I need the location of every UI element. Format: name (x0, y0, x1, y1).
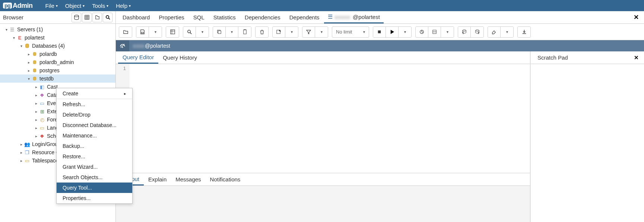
tab-query-editor[interactable]: Query Editor (118, 51, 158, 64)
explain-analyze-button[interactable] (428, 27, 441, 37)
conn-suffix: @polartest (145, 43, 170, 49)
tab-query-history[interactable]: Query History (158, 51, 202, 64)
menu-help[interactable]: Help▾ (112, 1, 134, 10)
output-tabs: Output Explain Messages Notifications (116, 173, 530, 186)
tab-explain[interactable]: Explain (144, 173, 171, 185)
database-icon (31, 60, 38, 64)
browser-tool-1[interactable] (72, 13, 81, 22)
ctx-delete[interactable]: Delete/Drop (57, 110, 132, 120)
browser-tool-2[interactable] (82, 13, 92, 22)
rollback-button[interactable] (471, 27, 483, 37)
search-dropdown[interactable]: ▾ (196, 27, 209, 37)
limit-select[interactable]: No limit▾ (332, 26, 369, 38)
save-button[interactable] (136, 27, 149, 37)
find-button[interactable] (166, 27, 179, 37)
connection-bar: xxxx@polartest (116, 40, 644, 51)
tab-dashboard[interactable]: Dashboard (118, 11, 154, 23)
editor-code-area[interactable] (129, 64, 530, 173)
svg-rect-22 (244, 29, 245, 30)
clear-dropdown[interactable]: ▾ (501, 27, 513, 37)
caret-down-icon: ▾ (129, 4, 131, 8)
tree-connection[interactable]: ▾Epolartest (0, 34, 115, 42)
clear-button[interactable] (488, 27, 501, 37)
tab-close-button[interactable]: ✕ (631, 13, 642, 21)
explain-dropdown[interactable]: ▾ (441, 27, 454, 37)
ctx-maintenance[interactable]: Maintenance... (57, 130, 132, 141)
conn-blur: xxxx (133, 43, 145, 49)
edit-dropdown[interactable]: ▾ (285, 27, 298, 37)
stop-button[interactable] (373, 27, 386, 37)
edit-button[interactable] (273, 27, 285, 37)
caret-down-icon: ▾ (56, 4, 58, 8)
connection-status-icon[interactable] (116, 40, 129, 51)
ctx-backup[interactable]: Backup... (57, 141, 132, 151)
download-button[interactable] (518, 27, 530, 37)
server-group-icon: ☰ (9, 27, 16, 32)
scratch-tabs: Scratch Pad ✕ (531, 51, 644, 64)
commit-button[interactable] (458, 27, 471, 37)
ctx-query-tool[interactable]: Query Tool... (57, 183, 132, 193)
execute-button[interactable] (386, 27, 399, 37)
execute-dropdown[interactable]: ▾ (399, 27, 411, 37)
tab-dependencies[interactable]: Dependencies (240, 11, 285, 23)
menu-file[interactable]: File▾ (42, 1, 61, 10)
browser-header: Browser (0, 11, 115, 24)
browser-title: Browser (3, 14, 72, 20)
fdw-icon: ◴ (39, 117, 45, 123)
svg-point-17 (188, 30, 191, 33)
explain-button[interactable] (416, 27, 428, 37)
ctx-grant-wizard[interactable]: Grant Wizard... (57, 162, 132, 172)
scratch-pad-body[interactable] (531, 64, 644, 222)
main-panel: Dashboard Properties SQL Statistics Depe… (116, 11, 644, 222)
tab-notifications[interactable]: Notifications (206, 173, 245, 185)
context-menu: Create▸ Refresh... Delete/Drop Disconnec… (56, 88, 133, 204)
chevron-right-icon: ▸ (124, 91, 126, 96)
svg-line-18 (190, 32, 191, 34)
ctx-create[interactable]: Create▸ (57, 88, 132, 99)
browser-tool-3[interactable] (92, 13, 102, 22)
login-icon: 👥 (24, 142, 31, 147)
svg-rect-14 (170, 30, 174, 34)
tab-messages[interactable]: Messages (171, 173, 205, 185)
tree-db-polardb[interactable]: ▸polardb (0, 50, 115, 58)
ctx-properties[interactable]: Properties... (57, 193, 132, 203)
query-editor[interactable]: 1 (116, 64, 530, 173)
svg-point-30 (122, 47, 123, 48)
tree-servers[interactable]: ▾☰Servers (1) (0, 25, 115, 34)
copy-button[interactable] (213, 27, 226, 37)
open-file-button[interactable] (119, 27, 132, 37)
sidebar: Browser ▾☰Servers (1) ▾Epolartest ▾Datab… (0, 11, 116, 222)
filter-dropdown[interactable]: ▾ (315, 27, 328, 37)
tree-db-polardb-admin[interactable]: ▸polardb_admin (0, 58, 115, 66)
browser-search[interactable] (103, 13, 112, 22)
ctx-search-objects[interactable]: Search Objects... (57, 172, 132, 183)
ctx-restore[interactable]: Restore... (57, 151, 132, 162)
delete-button[interactable] (256, 27, 268, 37)
search-button[interactable] (183, 27, 196, 37)
tree-db-postgres[interactable]: ▸postgres (0, 66, 115, 74)
server-icon: ☰ (328, 13, 333, 20)
tab-properties[interactable]: Properties (154, 11, 188, 23)
ctx-disconnect[interactable]: Disconnect Database... (57, 120, 132, 130)
ctx-refresh[interactable]: Refresh... (57, 99, 132, 110)
logo-prefix: pg (3, 3, 12, 9)
svg-point-29 (475, 30, 479, 31)
tablespace-icon: ▭ (24, 158, 31, 164)
scratch-close-button[interactable]: ✕ (631, 54, 642, 61)
filter-button[interactable] (302, 27, 315, 37)
tree-db-testdb[interactable]: ▾testdb (0, 74, 115, 83)
resource-icon: ❒ (24, 150, 31, 155)
tab-scratch-pad[interactable]: Scratch Pad (533, 51, 572, 64)
menu-object[interactable]: Object▾ (61, 1, 88, 10)
tab-statistics[interactable]: Statistics (209, 11, 240, 23)
tab-dependents[interactable]: Dependents (285, 11, 324, 23)
app-logo: pg Admin (3, 2, 33, 10)
tab-query-session[interactable]: ☰ xxxxx @polartest (324, 11, 384, 23)
tab-sql[interactable]: SQL (189, 11, 209, 23)
save-dropdown[interactable]: ▾ (149, 27, 162, 37)
output-body (116, 186, 530, 222)
tree-databases[interactable]: ▾Databases (4) (0, 42, 115, 50)
menu-tools[interactable]: Tools▾ (88, 1, 112, 10)
copy-dropdown[interactable]: ▾ (226, 27, 238, 37)
paste-button[interactable] (238, 27, 251, 37)
